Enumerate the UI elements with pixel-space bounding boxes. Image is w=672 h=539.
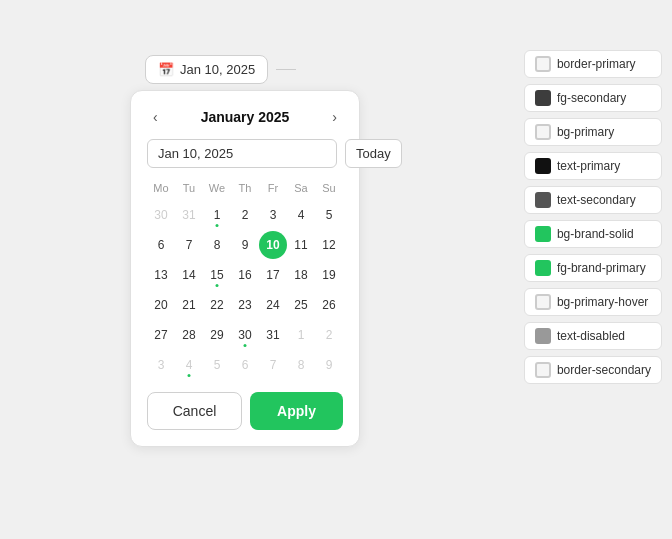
cal-input-row: Today <box>147 139 343 168</box>
swatch-text-secondary <box>535 192 551 208</box>
cal-day-1-0[interactable]: 6 <box>147 231 175 259</box>
cal-day-2-4[interactable]: 17 <box>259 261 287 289</box>
cal-day-4-6[interactable]: 2 <box>315 321 343 349</box>
date-input-row: 📅 Jan 10, 2025 <box>145 55 296 84</box>
cal-day-0-6[interactable]: 5 <box>315 201 343 229</box>
swatch-fg-secondary <box>535 90 551 106</box>
label-bg-primary-hover: bg-primary-hover <box>557 295 648 309</box>
cal-day-4-2[interactable]: 29 <box>203 321 231 349</box>
cal-day-0-4[interactable]: 3 <box>259 201 287 229</box>
label-bg-brand-solid: bg-brand-solid <box>557 227 634 241</box>
connector-line <box>276 69 296 70</box>
calendar-grid: Mo Tu We Th Fr Sa Su 3031123456789101112… <box>147 180 343 380</box>
day-headers: Mo Tu We Th Fr Sa Su <box>147 180 343 196</box>
color-label-fg-brand-primary: fg-brand-primary <box>524 254 662 282</box>
swatch-bg-primary-hover <box>535 294 551 310</box>
color-label-bg-brand-solid: bg-brand-solid <box>524 220 662 248</box>
cal-day-1-5[interactable]: 11 <box>287 231 315 259</box>
cal-day-2-3[interactable]: 16 <box>231 261 259 289</box>
day-header-th: Th <box>231 180 259 196</box>
day-header-mo: Mo <box>147 180 175 196</box>
cal-day-3-3[interactable]: 23 <box>231 291 259 319</box>
day-header-fr: Fr <box>259 180 287 196</box>
main-container: 📅 Jan 10, 2025 ‹ January 2025 › Today Mo… <box>0 0 672 539</box>
label-border-primary: border-primary <box>557 57 636 71</box>
color-labels-panel: border-primary fg-secondary bg-primary t… <box>524 50 662 384</box>
prev-month-button[interactable]: ‹ <box>147 107 164 127</box>
cal-day-5-2[interactable]: 5 <box>203 351 231 379</box>
color-label-bg-primary-hover: bg-primary-hover <box>524 288 662 316</box>
label-fg-secondary: fg-secondary <box>557 91 626 105</box>
cal-day-2-1[interactable]: 14 <box>175 261 203 289</box>
cal-day-4-5[interactable]: 1 <box>287 321 315 349</box>
cal-day-0-3[interactable]: 2 <box>231 201 259 229</box>
swatch-text-disabled <box>535 328 551 344</box>
next-month-button[interactable]: › <box>326 107 343 127</box>
cal-day-1-4[interactable]: 10 <box>259 231 287 259</box>
days-grid: 3031123456789101112131415161718192021222… <box>147 200 343 380</box>
month-title: January 2025 <box>201 109 290 125</box>
color-label-border-primary: border-primary <box>524 50 662 78</box>
cal-day-4-0[interactable]: 27 <box>147 321 175 349</box>
cal-day-3-6[interactable]: 26 <box>315 291 343 319</box>
cal-day-1-2[interactable]: 8 <box>203 231 231 259</box>
day-header-we: We <box>203 180 231 196</box>
cal-day-1-3[interactable]: 9 <box>231 231 259 259</box>
cal-day-5-4[interactable]: 7 <box>259 351 287 379</box>
cancel-button[interactable]: Cancel <box>147 392 242 430</box>
cal-day-3-2[interactable]: 22 <box>203 291 231 319</box>
swatch-bg-brand-solid <box>535 226 551 242</box>
cal-day-3-0[interactable]: 20 <box>147 291 175 319</box>
today-button[interactable]: Today <box>345 139 402 168</box>
label-bg-primary: bg-primary <box>557 125 614 139</box>
cal-day-2-5[interactable]: 18 <box>287 261 315 289</box>
day-header-sa: Sa <box>287 180 315 196</box>
color-label-border-secondary: border-secondary <box>524 356 662 384</box>
cal-day-4-1[interactable]: 28 <box>175 321 203 349</box>
calendar-header: ‹ January 2025 › <box>147 107 343 127</box>
cal-day-0-2[interactable]: 1 <box>203 201 231 229</box>
cal-day-2-6[interactable]: 19 <box>315 261 343 289</box>
cal-day-5-1[interactable]: 4 <box>175 351 203 379</box>
cal-day-0-1[interactable]: 31 <box>175 201 203 229</box>
swatch-border-secondary <box>535 362 551 378</box>
swatch-fg-brand-primary <box>535 260 551 276</box>
cal-day-5-0[interactable]: 3 <box>147 351 175 379</box>
label-border-secondary: border-secondary <box>557 363 651 377</box>
cal-day-2-2[interactable]: 15 <box>203 261 231 289</box>
color-label-text-primary: text-primary <box>524 152 662 180</box>
cal-day-4-4[interactable]: 31 <box>259 321 287 349</box>
day-header-su: Su <box>315 180 343 196</box>
cal-day-3-5[interactable]: 25 <box>287 291 315 319</box>
swatch-bg-primary <box>535 124 551 140</box>
color-label-bg-primary: bg-primary <box>524 118 662 146</box>
color-label-fg-secondary: fg-secondary <box>524 84 662 112</box>
label-text-secondary: text-secondary <box>557 193 636 207</box>
apply-button[interactable]: Apply <box>250 392 343 430</box>
label-text-disabled: text-disabled <box>557 329 625 343</box>
cal-day-4-3[interactable]: 30 <box>231 321 259 349</box>
cal-day-1-1[interactable]: 7 <box>175 231 203 259</box>
day-header-tu: Tu <box>175 180 203 196</box>
date-text-input[interactable] <box>147 139 337 168</box>
swatch-text-primary <box>535 158 551 174</box>
color-label-text-disabled: text-disabled <box>524 322 662 350</box>
cal-actions: Cancel Apply <box>147 392 343 430</box>
cal-day-1-6[interactable]: 12 <box>315 231 343 259</box>
calendar-widget: ‹ January 2025 › Today Mo Tu We Th Fr Sa… <box>130 90 360 447</box>
label-fg-brand-primary: fg-brand-primary <box>557 261 646 275</box>
cal-day-5-5[interactable]: 8 <box>287 351 315 379</box>
cal-day-0-0[interactable]: 30 <box>147 201 175 229</box>
swatch-border-primary <box>535 56 551 72</box>
color-label-text-secondary: text-secondary <box>524 186 662 214</box>
cal-day-3-4[interactable]: 24 <box>259 291 287 319</box>
cal-day-2-0[interactable]: 13 <box>147 261 175 289</box>
cal-day-5-6[interactable]: 9 <box>315 351 343 379</box>
calendar-icon: 📅 <box>158 62 174 77</box>
cal-day-0-5[interactable]: 4 <box>287 201 315 229</box>
cal-day-3-1[interactable]: 21 <box>175 291 203 319</box>
cal-day-5-3[interactable]: 6 <box>231 351 259 379</box>
date-display-box[interactable]: 📅 Jan 10, 2025 <box>145 55 268 84</box>
date-display-text: Jan 10, 2025 <box>180 62 255 77</box>
label-text-primary: text-primary <box>557 159 620 173</box>
